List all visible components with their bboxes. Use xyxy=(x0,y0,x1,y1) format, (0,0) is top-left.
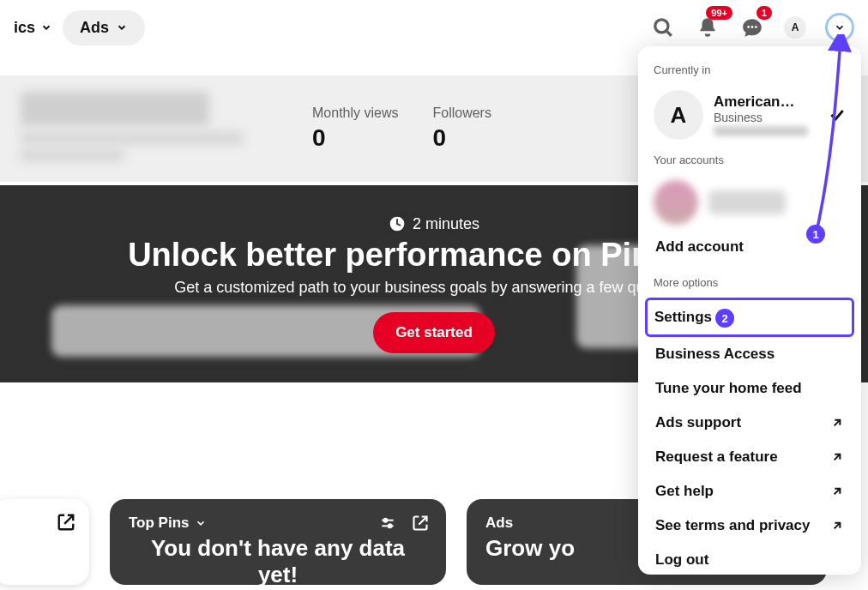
account-avatar: A xyxy=(654,90,703,140)
section-label-currently-in: Currently in xyxy=(648,62,851,85)
account-menu-button[interactable] xyxy=(825,13,854,42)
menu-item-ads-support[interactable]: Ads support xyxy=(648,406,851,440)
search-button[interactable] xyxy=(650,15,676,40)
hero-subtitle: Get a customized path to your business g… xyxy=(174,279,693,297)
nav-item-ads[interactable]: Ads xyxy=(63,10,145,45)
stat-followers: Followers 0 xyxy=(432,105,491,152)
menu-item-business-access[interactable]: Business Access xyxy=(648,337,851,371)
account-type: Business xyxy=(714,111,808,124)
chevron-down-icon xyxy=(834,21,846,33)
search-icon xyxy=(652,16,674,39)
notifications-button[interactable]: 99+ xyxy=(695,15,720,40)
account-dropdown: Currently in A American… Business Your a… xyxy=(638,46,861,575)
notifications-badge: 99+ xyxy=(706,6,732,20)
top-nav-left: ics Ads xyxy=(14,10,145,45)
other-account-avatar xyxy=(654,180,698,225)
stat-label: Followers xyxy=(432,105,491,121)
profile-identity-blurred xyxy=(21,92,244,166)
messages-badge: 1 xyxy=(756,6,772,20)
account-name: American… xyxy=(714,93,808,111)
other-account-name-blurred xyxy=(708,190,786,214)
nav-label: ics xyxy=(14,19,35,37)
avatar-letter: A xyxy=(671,102,687,129)
share-card[interactable] xyxy=(0,499,89,585)
svg-point-3 xyxy=(751,26,754,28)
menu-item-settings[interactable]: Settings xyxy=(648,300,852,334)
stat-monthly-views: Monthly views 0 xyxy=(312,105,398,152)
chevron-down-icon xyxy=(116,21,128,33)
hero-duration-text: 2 minutes xyxy=(413,215,479,233)
account-email-blurred xyxy=(714,126,808,136)
annotation-badge-2: 2 xyxy=(715,309,734,328)
top-pins-card[interactable]: Top Pins You don't have any data yet! xyxy=(110,499,446,585)
svg-point-0 xyxy=(655,20,668,33)
external-link-icon xyxy=(830,416,844,430)
no-data-message: You don't have any data yet! xyxy=(129,535,427,588)
stat-value: 0 xyxy=(312,124,398,152)
menu-item-tune-feed[interactable]: Tune your home feed xyxy=(648,371,851,406)
chevron-down-icon xyxy=(40,21,52,33)
section-label-your-accounts: Your accounts xyxy=(648,152,851,175)
chat-icon xyxy=(741,16,763,39)
settings-highlight: Settings xyxy=(645,298,854,337)
menu-item-see-terms[interactable]: See terms and privacy xyxy=(648,509,851,543)
current-account-row[interactable]: A American… Business xyxy=(648,85,851,152)
account-meta: American… Business xyxy=(714,93,808,136)
external-link-icon xyxy=(830,450,844,464)
stat-value: 0 xyxy=(432,124,491,152)
menu-label: Log out xyxy=(655,551,708,569)
menu-label: Ads support xyxy=(655,414,741,431)
menu-item-request-feature[interactable]: Request a feature xyxy=(648,440,851,474)
messages-button[interactable]: 1 xyxy=(739,15,765,40)
menu-item-log-out[interactable]: Log out xyxy=(648,543,851,575)
stat-label: Monthly views xyxy=(312,105,398,121)
svg-line-1 xyxy=(666,31,671,35)
clock-icon xyxy=(389,215,406,232)
section-label-more-options: More options xyxy=(648,264,851,298)
menu-label: See terms and privacy xyxy=(655,517,810,534)
profile-avatar[interactable]: A xyxy=(784,16,806,39)
nav-label: Ads xyxy=(80,19,109,37)
card-title-text: Top Pins xyxy=(129,515,190,532)
sliders-icon[interactable] xyxy=(379,515,396,532)
menu-label: Business Access xyxy=(655,346,775,363)
annotation-badge-1: 1 xyxy=(806,225,825,244)
checkmark-icon xyxy=(829,106,846,123)
other-account-row[interactable] xyxy=(648,175,851,230)
nav-item-analytics-fragment[interactable]: ics xyxy=(14,19,52,37)
menu-item-get-help[interactable]: Get help xyxy=(648,474,851,509)
external-link-icon xyxy=(830,485,844,498)
svg-point-9 xyxy=(389,524,392,527)
menu-label: Get help xyxy=(655,483,714,500)
top-nav-right: 99+ 1 A xyxy=(650,13,854,42)
svg-point-8 xyxy=(384,519,388,522)
hero-duration: 2 minutes xyxy=(389,215,479,233)
menu-label: Tune your home feed xyxy=(655,380,802,397)
get-started-button[interactable]: Get started xyxy=(373,312,495,353)
avatar-letter: A xyxy=(792,21,799,33)
chevron-down-icon xyxy=(195,517,207,529)
svg-point-4 xyxy=(755,26,757,28)
menu-label: Request a feature xyxy=(655,449,778,466)
external-link-icon[interactable] xyxy=(412,515,429,532)
svg-point-2 xyxy=(747,26,750,28)
menu-label: Add account xyxy=(655,238,744,256)
menu-label: Settings xyxy=(654,309,712,326)
external-link-icon xyxy=(57,513,75,532)
external-link-icon xyxy=(830,519,844,533)
card-actions xyxy=(379,515,429,532)
